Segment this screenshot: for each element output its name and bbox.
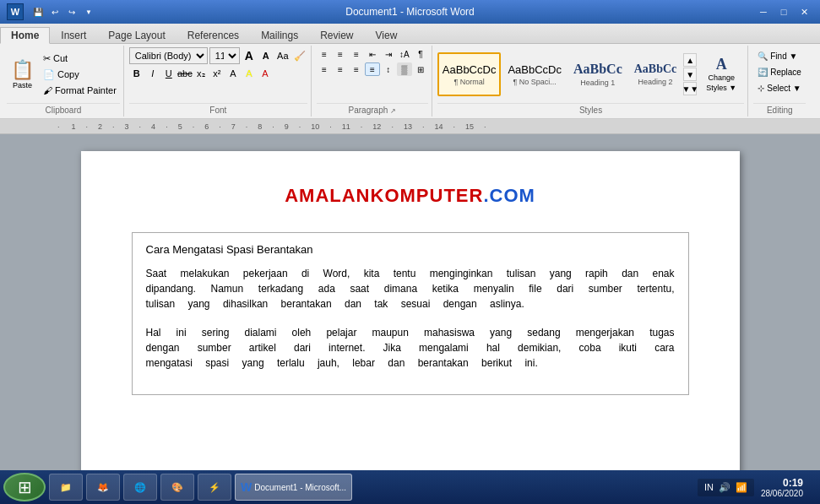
underline-button[interactable]: U (161, 66, 176, 81)
subscript-button[interactable]: x₂ (193, 66, 209, 81)
paragraph-group: ≡ ≡ ≡ ⇤ ⇥ ↕A ¶ ≡ ≡ ≡ ≡ ↕ ▒ ⊞ (313, 46, 432, 117)
style-heading1-label: Heading 1 (580, 79, 615, 87)
styles-scroll-more-button[interactable]: ▼▼ (683, 82, 697, 95)
document-area: AMALANKOMPUTER.COM Cara Mengatasi Spasi … (0, 134, 820, 486)
document-title: AMALANKOMPUTER.COM (132, 185, 689, 207)
paste-button[interactable]: 📋 Paste (7, 51, 38, 97)
style-normal-label: ¶ Normal (453, 78, 484, 86)
time-display[interactable]: 0:19 28/06/2020 (761, 477, 803, 498)
quick-access-toolbar: 💾 ↩ ↪ ▼ (30, 4, 96, 19)
styles-scroll-controls: ▲ ▼ ▼▼ (683, 53, 697, 95)
network-icon[interactable]: 📶 (736, 482, 747, 493)
bold-button[interactable]: B (129, 66, 144, 81)
sort-button[interactable]: ↕A (397, 47, 412, 61)
select-button[interactable]: ⊹Select ▼ (753, 81, 806, 95)
style-heading2-preview: AaBbCc (634, 62, 677, 76)
increase-indent-button[interactable]: ⇥ (381, 47, 396, 61)
multilevel-button[interactable]: ≡ (349, 47, 364, 61)
tab-review[interactable]: Review (309, 27, 364, 43)
style-heading2-button[interactable]: AaBbCc Heading 2 (629, 52, 682, 96)
font-group: Calibri (Body) 11 A A Aa 🧹 B I U abc x₂ (126, 46, 312, 117)
align-left-button[interactable]: ≡ (317, 62, 332, 76)
window-title: Document1 - Microsoft Word (345, 6, 475, 18)
tab-insert[interactable]: Insert (50, 27, 97, 43)
clock-time: 0:19 (761, 477, 803, 489)
save-qa-button[interactable]: 💾 (30, 4, 46, 19)
styles-scroll-down-button[interactable]: ▼ (683, 68, 697, 81)
clipboard-group: 📋 Paste ✂ Cut 📄 Copy 🖌 Format Painter Cl… (3, 46, 124, 117)
more-qa-button[interactable]: ▼ (81, 4, 96, 19)
justify-button[interactable]: ≡ (365, 62, 380, 76)
taskbar-app-unknown[interactable]: ⚡ (198, 474, 231, 501)
editing-group: 🔍Find ▼ 🔄Replace ⊹Select ▼ Editing (750, 46, 809, 117)
style-heading1-preview: AaBbCc (573, 62, 622, 77)
style-heading1-button[interactable]: AaBbCc Heading 1 (568, 52, 627, 96)
taskbar-app-chrome[interactable]: 🌐 (123, 474, 157, 501)
taskbar-app-explorer[interactable]: 📁 (49, 474, 83, 501)
style-nospacing-label: ¶ No Spaci... (513, 78, 557, 86)
numbering-button[interactable]: ≡ (333, 47, 348, 61)
line-spacing-button[interactable]: ↕ (381, 62, 396, 76)
redo-qa-button[interactable]: ↪ (64, 4, 79, 19)
text-effect-button[interactable]: A (225, 66, 241, 81)
tab-mailings[interactable]: Mailings (250, 27, 309, 43)
taskbar-app-firefox[interactable]: 🦊 (86, 474, 120, 501)
clear-format-button[interactable]: 🧹 (292, 48, 307, 63)
taskbar-app-word[interactable]: W Document1 - Microsoft... (235, 474, 352, 501)
tab-page-layout[interactable]: Page Layout (97, 27, 176, 43)
bullets-button[interactable]: ≡ (317, 47, 332, 61)
borders-button[interactable]: ⊞ (413, 62, 428, 76)
start-button[interactable]: ⊞ (3, 473, 46, 501)
change-styles-button[interactable]: A ChangeStyles ▼ (698, 49, 744, 100)
paragraph-expand-arrow[interactable]: ↗ (390, 107, 396, 115)
font-name-select[interactable]: Calibri (Body) (129, 47, 208, 64)
volume-icon[interactable]: 🔊 (719, 482, 730, 493)
style-no-spacing-button[interactable]: AaBbCcDc ¶ No Spaci... (502, 52, 567, 96)
decrease-indent-button[interactable]: ⇤ (365, 47, 380, 61)
strikethrough-button[interactable]: abc (177, 66, 193, 81)
font-size-select[interactable]: 11 (209, 47, 240, 64)
taskbar-app-photoshop[interactable]: 🎨 (160, 474, 194, 501)
title-red-part: AMALANKOMPUTER (285, 185, 483, 206)
replace-button[interactable]: 🔄Replace (753, 65, 806, 79)
word-icon: W (7, 3, 24, 20)
tab-home[interactable]: Home (0, 27, 50, 44)
styles-scroll-up-button[interactable]: ▲ (683, 53, 697, 67)
close-button[interactable]: ✕ (795, 4, 813, 19)
document-page: AMALANKOMPUTER.COM Cara Mengatasi Spasi … (81, 151, 740, 486)
style-normal-button[interactable]: AaBbCcDc ¶ Normal (437, 52, 502, 96)
text-highlight-button[interactable]: A (242, 66, 257, 81)
change-case-button[interactable]: Aa (275, 48, 291, 63)
grow-font-button[interactable]: A (242, 48, 257, 63)
box-title: Cara Mengatasi Spasi Berantakan (146, 243, 675, 256)
content-box: Cara Mengatasi Spasi Berantakan Saat mel… (132, 232, 689, 395)
superscript-button[interactable]: x² (209, 66, 225, 81)
font-label: Font (129, 103, 307, 115)
cut-button[interactable]: ✂ Cut (40, 51, 120, 66)
copy-button[interactable]: 📄 Copy (40, 68, 120, 82)
shrink-font-button[interactable]: A (258, 48, 274, 63)
format-painter-button[interactable]: 🖌 Format Painter (40, 84, 120, 97)
clock-date: 28/06/2020 (761, 489, 803, 498)
align-right-button[interactable]: ≡ (349, 62, 364, 76)
tab-view[interactable]: View (365, 27, 409, 43)
paragraph-2[interactable]: Hal ini sering dialami oleh pelajar maup… (146, 325, 675, 371)
show-hide-button[interactable]: ¶ (413, 47, 428, 61)
language-tray: IN (704, 482, 714, 492)
system-tray: IN 🔊 📶 0:19 28/06/2020 (698, 477, 817, 498)
font-color-button[interactable]: A (258, 66, 273, 81)
undo-qa-button[interactable]: ↩ (47, 4, 62, 19)
tab-references[interactable]: References (176, 27, 250, 43)
italic-button[interactable]: I (145, 66, 160, 81)
minimize-button[interactable]: ─ (754, 4, 773, 19)
change-styles-label: ChangeStyles ▼ (706, 73, 736, 93)
style-heading2-label: Heading 2 (638, 78, 673, 86)
center-button[interactable]: ≡ (333, 62, 348, 76)
paragraph-1[interactable]: Saat melakukan pekerjaan di Word, kita t… (146, 266, 675, 312)
maximize-button[interactable]: □ (774, 4, 793, 19)
sys-tray-area: IN 🔊 📶 (698, 479, 754, 496)
find-button[interactable]: 🔍Find ▼ (753, 49, 806, 63)
shading-button[interactable]: ▒ (397, 62, 412, 76)
title-blue-part: .COM (483, 185, 535, 206)
style-nospacing-preview: AaBbCcDc (508, 63, 562, 76)
